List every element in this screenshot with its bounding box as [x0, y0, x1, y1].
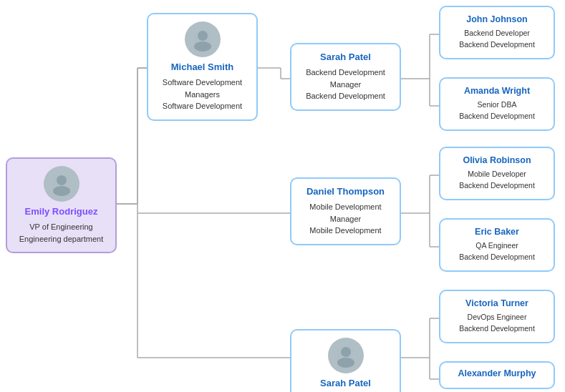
- svg-point-27: [194, 41, 211, 52]
- michael-detail: Software Development Managers Software D…: [154, 77, 251, 112]
- eric-detail: QA Engineer Backend Development: [446, 240, 548, 263]
- card-eric[interactable]: Eric Baker QA Engineer Backend Developme…: [439, 218, 555, 272]
- svg-point-24: [57, 175, 67, 185]
- card-alexander[interactable]: Alexander Murphy: [439, 361, 555, 389]
- eric-name: Eric Baker: [446, 227, 548, 237]
- svg-point-29: [337, 358, 354, 368]
- sarah1-detail: Backend Development Manager Backend Deve…: [297, 67, 394, 102]
- alexander-name: Alexander Murphy: [446, 368, 548, 378]
- amanda-detail: Senior DBA Backend Development: [446, 99, 548, 122]
- olivia-detail: Mobile Developer Backend Development: [446, 169, 548, 192]
- sarah2-name: Sarah Patel: [297, 378, 394, 388]
- avatar-michael: [185, 21, 221, 57]
- john-detail: Backend Developer Backend Development: [446, 28, 548, 51]
- avatar-sarah2: [328, 338, 364, 373]
- daniel-name: Daniel Thompson: [297, 186, 394, 197]
- daniel-detail: Mobile Development Manager Mobile Develo…: [297, 201, 394, 237]
- card-amanda[interactable]: Amanda Wright Senior DBA Backend Develop…: [439, 77, 555, 131]
- svg-point-25: [53, 186, 70, 196]
- victoria-name: Victoria Turner: [446, 298, 548, 308]
- card-olivia[interactable]: Olivia Robinson Mobile Developer Backend…: [439, 147, 555, 200]
- avatar-emily: [44, 166, 79, 202]
- olivia-name: Olivia Robinson: [446, 155, 548, 165]
- sarah1-name: Sarah Patel: [297, 52, 394, 62]
- michael-name: Michael Smith: [154, 62, 251, 72]
- card-sarah1[interactable]: Sarah Patel Backend Development Manager …: [290, 43, 401, 111]
- amanda-name: Amanda Wright: [446, 86, 548, 96]
- emily-name: Emily Rodriguez: [13, 206, 110, 217]
- card-victoria[interactable]: Victoria Turner DevOps Engineer Backend …: [439, 290, 555, 343]
- card-emily[interactable]: Emily Rodriguez VP of Engineering Engine…: [6, 157, 117, 253]
- victoria-detail: DevOps Engineer Backend Development: [446, 312, 548, 335]
- org-chart: Emily Rodriguez VP of Engineering Engine…: [0, 0, 565, 392]
- john-name: John Johnson: [446, 14, 548, 24]
- card-michael[interactable]: Michael Smith Software Development Manag…: [147, 13, 258, 121]
- svg-point-26: [198, 31, 208, 41]
- emily-detail: VP of Engineering Engineering department: [13, 221, 110, 245]
- card-john[interactable]: John Johnson Backend Developer Backend D…: [439, 6, 555, 59]
- card-sarah2[interactable]: Sarah Patel DevOps Team Manager DevOps T…: [290, 329, 401, 392]
- card-daniel[interactable]: Daniel Thompson Mobile Development Manag…: [290, 177, 401, 245]
- svg-point-28: [341, 347, 351, 357]
